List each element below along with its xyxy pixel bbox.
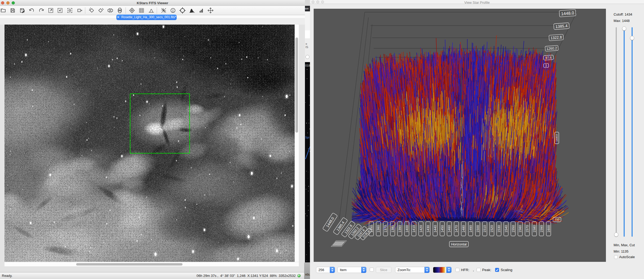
svg-text:1600: 1600	[547, 225, 551, 232]
svg-text:1440: 1440	[433, 225, 437, 232]
svg-text:1460: 1460	[447, 225, 451, 232]
svg-text:1448.0: 1448.0	[561, 11, 574, 16]
svg-text:1430: 1430	[426, 225, 430, 232]
svg-text:1370: 1370	[384, 225, 387, 232]
svg-text:1450: 1450	[441, 225, 444, 232]
svg-text:1260.2: 1260.2	[546, 46, 557, 51]
svg-text:1500: 1500	[476, 225, 480, 232]
svg-text:1590: 1590	[540, 225, 543, 232]
svg-text:1540: 1540	[504, 225, 508, 232]
svg-text:1448.0: 1448.0	[555, 134, 558, 142]
svg-text:1480: 1480	[462, 225, 465, 232]
svg-text:97.6: 97.6	[545, 55, 552, 60]
svg-text:1385.4: 1385.4	[555, 24, 568, 29]
svg-text:1400: 1400	[405, 225, 409, 232]
svg-text:1580: 1580	[533, 225, 536, 232]
svg-text:710: 710	[555, 218, 559, 221]
svg-text:1520: 1520	[490, 225, 494, 232]
svg-text:1410: 1410	[412, 225, 416, 232]
svg-text:1380: 1380	[391, 225, 395, 232]
svg-text:1420: 1420	[419, 225, 423, 232]
svg-text:Horizontal: Horizontal	[451, 242, 467, 246]
svg-text:1350: 1350	[370, 225, 373, 232]
svg-text:2: 2	[545, 64, 547, 67]
svg-text:1470: 1470	[455, 225, 458, 232]
svg-text:1530: 1530	[497, 225, 501, 232]
svg-text:1560: 1560	[518, 225, 522, 232]
svg-text:1570: 1570	[526, 225, 529, 232]
svg-text:1490: 1490	[469, 225, 473, 232]
svg-text:1510: 1510	[483, 225, 487, 232]
svg-text:1360: 1360	[377, 225, 380, 232]
svg-text:1390: 1390	[398, 225, 402, 232]
svg-text:1550: 1550	[511, 225, 515, 232]
svg-text:1322.8: 1322.8	[550, 35, 562, 40]
